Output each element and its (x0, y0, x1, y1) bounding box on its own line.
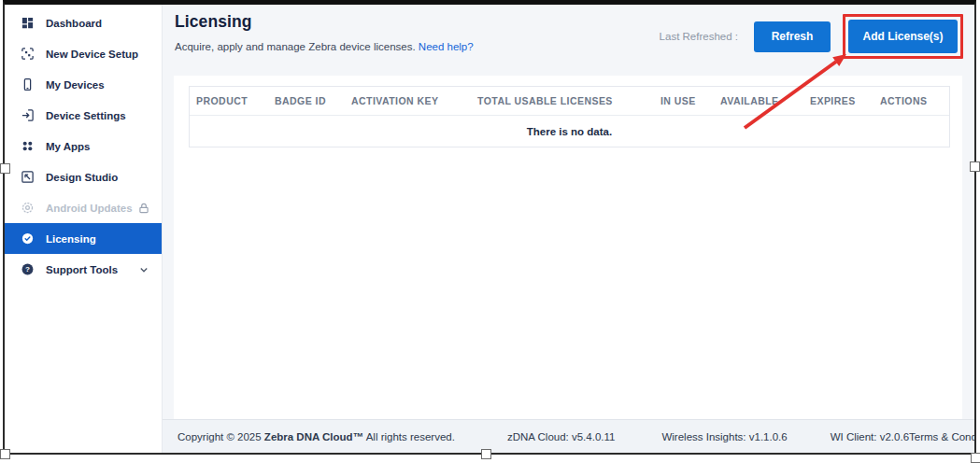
annotation-highlight-box: Add License(s) (843, 14, 963, 59)
chevron-down-icon[interactable] (137, 263, 150, 276)
last-refreshed-label: Last Refreshed : (660, 31, 738, 42)
design-cursor-icon (21, 170, 35, 184)
page-title: Licensing (175, 12, 252, 32)
sidebar-item-my-apps[interactable]: My Apps (5, 131, 162, 161)
sidebar-item-label: Dashboard (46, 18, 150, 29)
annotated-screenshot-canvas: Dashboard New Device Setup My Devices (0, 0, 980, 463)
brand-name: Zebra DNA Cloud™ (264, 431, 363, 442)
sidebar-item-licensing[interactable]: Licensing (5, 223, 162, 254)
column-header-badge-id: BADGE ID (275, 95, 351, 106)
sidebar-item-device-settings[interactable]: Device Settings (5, 100, 162, 131)
app-window: Dashboard New Device Setup My Devices (3, 0, 976, 455)
subtitle-text: Acquire, apply and manage Zebra device l… (175, 41, 416, 52)
empty-state-message: There is no data. (527, 126, 612, 137)
wireless-insights-version: Wireless Insights: v1.1.0.6 (661, 431, 787, 442)
table-header-row: PRODUCT BADGE ID ACTIVATION KEY TOTAL US… (190, 87, 949, 116)
selection-handle-bottom-left[interactable] (0, 449, 10, 459)
device-settings-icon (21, 108, 35, 122)
dashboard-icon (21, 16, 35, 30)
footer: Copyright © 2025 Zebra DNA Cloud™ All ri… (163, 419, 974, 453)
sidebar-item-label: Android Updates (46, 203, 137, 214)
column-header-available: AVAILABLE (720, 95, 810, 106)
selection-handle-bottom[interactable] (481, 449, 491, 459)
column-header-product: PRODUCT (196, 95, 275, 106)
apps-grid-icon (21, 139, 35, 153)
sidebar-item-new-device-setup[interactable]: New Device Setup (5, 38, 162, 69)
help-circle-icon: ? (21, 262, 35, 276)
header-actions: Last Refreshed : Refresh Add License(s) (660, 14, 963, 59)
sidebar-item-label: My Devices (46, 79, 150, 91)
copyright-text: Copyright © 2025 Zebra DNA Cloud™ All ri… (178, 431, 455, 442)
terms-link[interactable]: Terms & Conditions (909, 431, 974, 442)
table-empty-row: There is no data. (190, 116, 949, 147)
wi-client-version: WI Client: v2.0.6 (831, 431, 909, 442)
legal-links: Terms & Conditions | Privacy Policy (909, 431, 974, 442)
copyright-suffix: All rights reserved. (363, 431, 455, 442)
content-panel: PRODUCT BADGE ID ACTIVATION KEY TOTAL US… (174, 76, 962, 419)
sidebar-item-label: New Device Setup (46, 49, 150, 60)
lock-icon (137, 202, 150, 215)
column-header-expires: EXPIRES (810, 95, 880, 106)
selection-handle-left[interactable] (0, 163, 10, 174)
page-subtitle: Acquire, apply and manage Zebra device l… (175, 41, 474, 52)
column-header-in-use: IN USE (660, 95, 720, 106)
column-header-total-usable-licenses: TOTAL USABLE LICENSES (477, 95, 660, 106)
verified-badge-icon (21, 232, 35, 246)
need-help-link[interactable]: Need help? (419, 41, 474, 52)
sidebar-item-label: Design Studio (46, 172, 150, 183)
qr-scan-icon (21, 47, 35, 61)
refresh-button[interactable]: Refresh (754, 21, 831, 52)
page-header: Licensing Acquire, apply and manage Zebr… (163, 5, 974, 76)
column-header-activation-key: ACTIVATION KEY (351, 95, 477, 106)
sidebar-item-label: Device Settings (46, 110, 150, 121)
selection-handle-bottom-right[interactable] (971, 453, 980, 463)
sidebar-item-label: My Apps (46, 141, 150, 152)
column-header-actions: ACTIONS (880, 95, 949, 106)
main-content: Licensing Acquire, apply and manage Zebr… (163, 5, 974, 453)
sidebar-item-android-updates: Android Updates (5, 192, 162, 223)
sidebar-item-my-devices[interactable]: My Devices (5, 69, 162, 100)
copyright-prefix: Copyright © 2025 (178, 431, 264, 442)
selection-handle-right[interactable] (970, 161, 980, 172)
licenses-table: PRODUCT BADGE ID ACTIVATION KEY TOTAL US… (189, 86, 950, 147)
sidebar: Dashboard New Device Setup My Devices (5, 5, 163, 453)
add-licenses-button[interactable]: Add License(s) (848, 20, 958, 53)
sidebar-item-support-tools[interactable]: ? Support Tools (5, 254, 162, 285)
sidebar-item-dashboard[interactable]: Dashboard (5, 7, 162, 38)
sidebar-item-design-studio[interactable]: Design Studio (5, 161, 162, 192)
svg-text:?: ? (25, 265, 30, 274)
zdna-version: zDNA Cloud: v5.4.0.11 (507, 431, 616, 442)
sidebar-item-label: Licensing (46, 233, 150, 245)
smartphone-icon (21, 77, 35, 91)
sidebar-item-label: Support Tools (46, 264, 137, 275)
gear-badge-icon (21, 201, 35, 215)
